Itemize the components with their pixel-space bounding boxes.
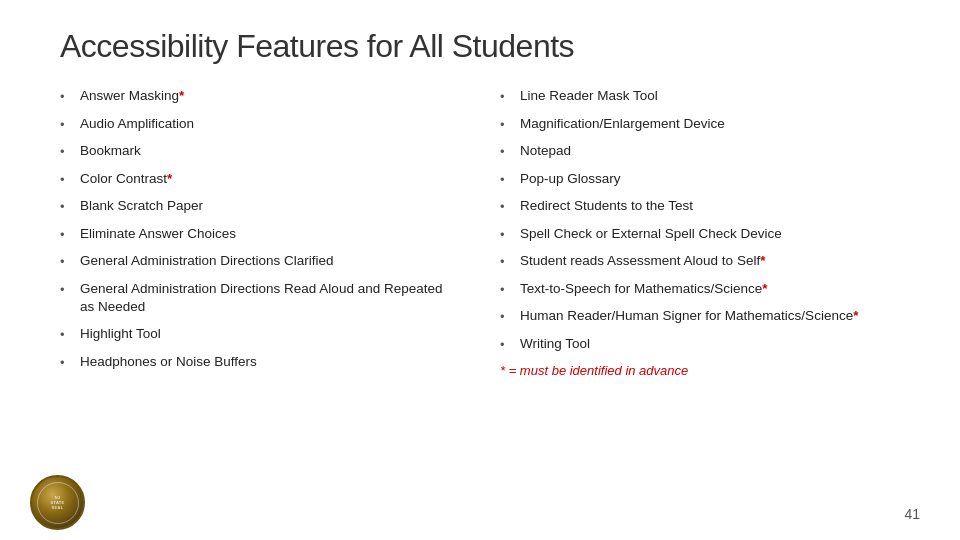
bullet-dot: •	[500, 198, 514, 216]
left-column: •Answer Masking*•Audio Amplification•Boo…	[60, 87, 460, 380]
page-container: Accessibility Features for All Students …	[0, 0, 960, 540]
asterisk-mark: *	[762, 281, 767, 296]
bullet-text: Answer Masking*	[80, 87, 460, 105]
list-item: •Redirect Students to the Test	[500, 197, 900, 216]
list-item: •Eliminate Answer Choices	[60, 225, 460, 244]
bullet-text: Audio Amplification	[80, 115, 460, 133]
content-area: •Answer Masking*•Audio Amplification•Boo…	[60, 87, 900, 380]
list-item: •Highlight Tool	[60, 325, 460, 344]
bullet-text: Color Contrast*	[80, 170, 460, 188]
bullet-text: Text-to-Speech for Mathematics/Science*	[520, 280, 900, 298]
right-column: •Line Reader Mask Tool•Magnification/Enl…	[500, 87, 900, 380]
bullet-dot: •	[60, 143, 74, 161]
bullet-text: Writing Tool	[520, 335, 900, 353]
list-item: •Spell Check or External Spell Check Dev…	[500, 225, 900, 244]
bullet-text: Eliminate Answer Choices	[80, 225, 460, 243]
bullet-dot: •	[500, 281, 514, 299]
bullet-dot: •	[500, 308, 514, 326]
bullet-text: General Administration Directions Clarif…	[80, 252, 460, 270]
bullet-dot: •	[500, 143, 514, 161]
list-item: •Audio Amplification	[60, 115, 460, 134]
list-item: •Bookmark	[60, 142, 460, 161]
asterisk-mark: *	[760, 253, 765, 268]
list-item: •Magnification/Enlargement Device	[500, 115, 900, 134]
list-item: •Line Reader Mask Tool	[500, 87, 900, 106]
bullet-text: Bookmark	[80, 142, 460, 160]
footnote-text: * = must be identified in advance	[500, 363, 900, 378]
bullet-dot: •	[500, 226, 514, 244]
list-item: •Blank Scratch Paper	[60, 197, 460, 216]
list-item: •Human Reader/Human Signer for Mathemati…	[500, 307, 900, 326]
bullet-dot: •	[500, 88, 514, 106]
asterisk-mark: *	[179, 88, 184, 103]
list-item: •Pop-up Glossary	[500, 170, 900, 189]
list-item: •General Administration Directions Read …	[60, 280, 460, 316]
nj-seal: NJSTATESEAL	[30, 475, 85, 530]
bullet-dot: •	[60, 253, 74, 271]
bullet-text: Redirect Students to the Test	[520, 197, 900, 215]
bullet-dot: •	[500, 171, 514, 189]
bullet-dot: •	[60, 326, 74, 344]
footnote-section: * = must be identified in advance	[500, 363, 900, 378]
bullet-dot: •	[60, 226, 74, 244]
bullet-text: Notepad	[520, 142, 900, 160]
bullet-dot: •	[60, 171, 74, 189]
bullet-text: Headphones or Noise Buffers	[80, 353, 460, 371]
bullet-text: Spell Check or External Spell Check Devi…	[520, 225, 900, 243]
page-number: 41	[904, 506, 920, 522]
bullet-dot: •	[500, 336, 514, 354]
list-item: •Text-to-Speech for Mathematics/Science*	[500, 280, 900, 299]
bullet-text: Student reads Assessment Aloud to Self*	[520, 252, 900, 270]
page-title: Accessibility Features for All Students	[60, 28, 900, 65]
list-item: •Color Contrast*	[60, 170, 460, 189]
asterisk-mark: *	[853, 308, 858, 323]
list-item: •Student reads Assessment Aloud to Self*	[500, 252, 900, 271]
list-item: •Notepad	[500, 142, 900, 161]
bullet-dot: •	[60, 281, 74, 299]
bullet-text: Human Reader/Human Signer for Mathematic…	[520, 307, 900, 325]
list-item: •Writing Tool	[500, 335, 900, 354]
bullet-text: Magnification/Enlargement Device	[520, 115, 900, 133]
bullet-dot: •	[60, 88, 74, 106]
bullet-dot: •	[60, 354, 74, 372]
list-item: •Headphones or Noise Buffers	[60, 353, 460, 372]
bullet-text: Blank Scratch Paper	[80, 197, 460, 215]
bullet-text: General Administration Directions Read A…	[80, 280, 460, 316]
bullet-dot: •	[500, 116, 514, 134]
bullet-dot: •	[60, 116, 74, 134]
bullet-text: Pop-up Glossary	[520, 170, 900, 188]
bullet-text: Highlight Tool	[80, 325, 460, 343]
list-item: •Answer Masking*	[60, 87, 460, 106]
bullet-dot: •	[60, 198, 74, 216]
bullet-text: Line Reader Mask Tool	[520, 87, 900, 105]
asterisk-mark: *	[167, 171, 172, 186]
bullet-dot: •	[500, 253, 514, 271]
list-item: •General Administration Directions Clari…	[60, 252, 460, 271]
